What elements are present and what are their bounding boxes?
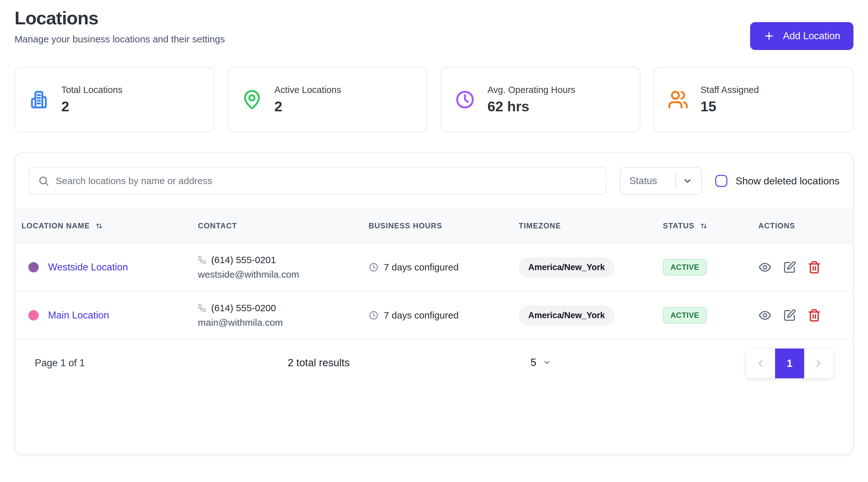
status-badge: ACTIVE (663, 259, 707, 275)
location-color-dot (28, 262, 39, 273)
stat-value: 62 hrs (488, 98, 575, 115)
delete-button[interactable] (808, 309, 821, 322)
plus-icon (763, 30, 775, 42)
status-badge: ACTIVE (663, 307, 707, 324)
locations-table-card: Status Show deleted locations Location N… (14, 152, 854, 455)
stat-value: 15 (701, 98, 759, 115)
previous-page-button[interactable] (746, 349, 775, 378)
locations-page: Locations Manage your business locations… (0, 0, 868, 455)
chevron-down-icon (543, 358, 551, 367)
business-hours-text: 7 days configured (384, 262, 459, 273)
delete-button[interactable] (808, 261, 821, 274)
page-header-text: Locations Manage your business locations… (14, 8, 225, 44)
stat-label: Avg. Operating Hours (488, 85, 575, 95)
chevron-right-icon (813, 358, 824, 369)
stat-label: Staff Assigned (701, 85, 759, 95)
table-row: Main Location (614) 555-0200 main@withmi… (15, 292, 853, 340)
users-icon (668, 89, 688, 110)
business-hours-cell: 7 days configured (369, 262, 519, 273)
select-divider (676, 173, 676, 189)
email-address: main@withmila.com (198, 317, 369, 328)
eye-icon (758, 309, 772, 322)
trash-icon (808, 261, 821, 274)
search-icon (38, 175, 49, 187)
page-subtitle: Manage your business locations and their… (14, 34, 225, 44)
location-name-cell: Main Location (22, 310, 198, 321)
stat-card-avg-operating-hours: Avg. Operating Hours 62 hrs (441, 67, 641, 132)
location-color-dot (28, 310, 39, 321)
view-button[interactable] (758, 261, 772, 274)
timezone-pill: America/New_York (519, 305, 615, 326)
table-row: Westside Location (614) 555-0201 westsid… (15, 244, 853, 292)
pagination: 1 (746, 349, 833, 378)
edit-button[interactable] (783, 261, 796, 274)
page-info: Page 1 of 1 (35, 357, 85, 369)
building-icon (28, 89, 49, 110)
chevron-left-icon (755, 358, 766, 369)
status-filter-label: Status (629, 175, 657, 187)
eye-icon (758, 261, 772, 274)
stats-row: Total Locations 2 Active Locations 2 Avg… (14, 67, 854, 132)
search-field-wrap (28, 167, 607, 195)
page-size-select[interactable]: 5 (530, 356, 551, 368)
stat-card-staff-assigned: Staff Assigned 15 (654, 67, 854, 132)
phone-icon (198, 304, 206, 312)
column-header-timezone: Timezone (519, 221, 663, 230)
stat-card-active-locations: Active Locations 2 (227, 67, 427, 132)
contact-cell: (614) 555-0200 main@withmila.com (198, 303, 369, 328)
stat-value: 2 (61, 98, 122, 115)
business-hours-cell: 7 days configured (369, 310, 519, 321)
total-results: 2 total results (288, 357, 350, 369)
page-title: Locations (14, 8, 225, 29)
stat-label: Active Locations (274, 85, 341, 95)
contact-cell: (614) 555-0201 westside@withmila.com (198, 254, 369, 280)
stat-label: Total Locations (61, 85, 122, 95)
clock-icon (369, 310, 379, 321)
page-number-button[interactable]: 1 (775, 349, 804, 378)
filter-bar: Status Show deleted locations (15, 153, 853, 195)
chevron-down-icon (682, 176, 692, 186)
trash-icon (808, 309, 821, 322)
phone-icon (198, 256, 206, 264)
column-header-business-hours: Business Hours (369, 221, 519, 230)
business-hours-text: 7 days configured (384, 310, 459, 321)
show-deleted-label: Show deleted locations (736, 175, 840, 187)
stat-value: 2 (274, 98, 341, 115)
phone-number: (614) 555-0200 (211, 303, 276, 313)
actions-cell (758, 309, 846, 322)
stat-card-total-locations: Total Locations 2 (14, 67, 214, 132)
edit-icon (783, 261, 796, 274)
table-header: Location Name Contact Business Hours Tim… (15, 209, 853, 244)
clock-icon (369, 262, 379, 272)
location-name-cell: Westside Location (22, 262, 198, 273)
timezone-pill: America/New_York (519, 258, 615, 277)
add-location-label: Add Location (783, 30, 840, 42)
sort-icon[interactable] (95, 222, 103, 230)
column-header-location-name[interactable]: Location Name (22, 221, 198, 230)
column-header-status[interactable]: Status (663, 221, 758, 230)
clock-icon (455, 89, 475, 110)
search-input[interactable] (28, 167, 607, 195)
page-size-value: 5 (530, 356, 536, 368)
table-footer: Page 1 of 1 2 total results 5 1 (15, 340, 853, 387)
status-filter-select[interactable]: Status (620, 167, 702, 195)
column-header-actions: Actions (758, 221, 846, 230)
page-header: Locations Manage your business locations… (14, 8, 854, 50)
edit-button[interactable] (783, 309, 796, 322)
actions-cell (758, 261, 846, 274)
add-location-button[interactable]: Add Location (750, 22, 854, 50)
column-header-contact: Contact (198, 221, 369, 230)
sort-icon[interactable] (700, 222, 708, 230)
edit-icon (783, 309, 796, 322)
location-name-link[interactable]: Westside Location (48, 262, 128, 273)
phone-number: (614) 555-0201 (211, 254, 276, 265)
next-page-button[interactable] (804, 349, 833, 378)
map-pin-icon (242, 89, 262, 110)
view-button[interactable] (758, 309, 772, 322)
show-deleted-toggle[interactable]: Show deleted locations (715, 175, 840, 187)
email-address: westside@withmila.com (198, 269, 369, 280)
location-name-link[interactable]: Main Location (48, 310, 109, 321)
show-deleted-checkbox[interactable] (715, 175, 727, 187)
